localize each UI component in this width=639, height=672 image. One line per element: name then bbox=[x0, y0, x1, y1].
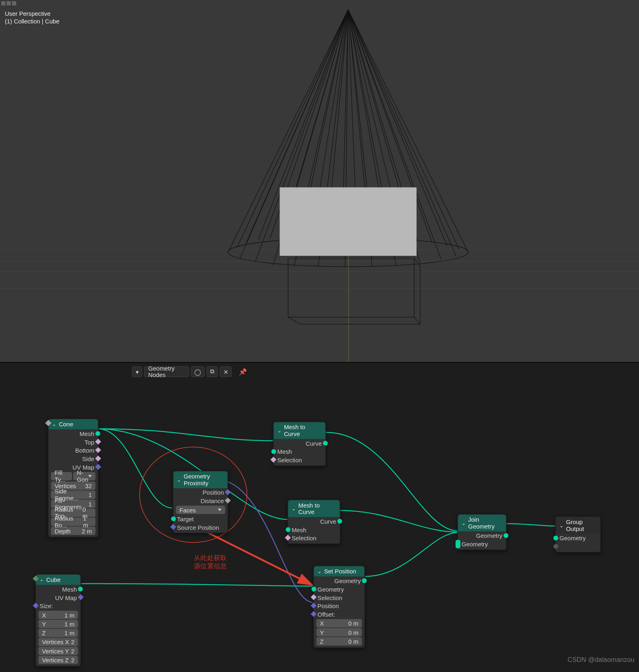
node-set-position[interactable]: ⌄Set Position Geometry Geometry Selectio… bbox=[313, 566, 365, 648]
watermark: CSDN @dalaomanzou bbox=[568, 656, 635, 663]
cube-vy[interactable]: Vertices Y2 bbox=[38, 647, 78, 655]
close-icon[interactable]: ✕ bbox=[220, 366, 232, 377]
browse-button[interactable]: ▾ bbox=[132, 366, 142, 377]
chevron-down-icon[interactable]: ⌄ bbox=[317, 569, 322, 574]
nodetree-name[interactable]: Geometry Nodes bbox=[144, 366, 189, 377]
offset-x[interactable]: X0 m bbox=[316, 619, 362, 628]
chevron-down-icon[interactable]: ⌄ bbox=[40, 577, 44, 582]
wireframe bbox=[0, 0, 639, 362]
node-geometry-proximity[interactable]: ⌄Geometry Proximity Position Distance Fa… bbox=[173, 471, 228, 533]
chevron-down-icon[interactable]: ⌄ bbox=[277, 428, 282, 433]
cube-z[interactable]: Z1 m bbox=[38, 629, 78, 637]
proximity-mode-dropdown[interactable]: Faces bbox=[176, 506, 225, 514]
cube-vz[interactable]: Vertices Z2 bbox=[38, 656, 78, 664]
shield-icon[interactable]: ◯ bbox=[191, 366, 205, 377]
annotation-text: 从此处获取源位置信息 bbox=[194, 554, 227, 570]
radius-bot-field[interactable]: Radius Bo...1 m bbox=[51, 518, 95, 526]
node-group-output[interactable]: ⌄Group Output Geometry bbox=[555, 516, 601, 552]
node-editor[interactable]: ▾ Geometry Nodes ◯ ⧉ ✕ 📌 从此处获取源位置 bbox=[0, 362, 639, 666]
node-header: ▾ Geometry Nodes ◯ ⧉ ✕ 📌 bbox=[132, 366, 247, 377]
chevron-down-icon[interactable]: ⌄ bbox=[559, 523, 563, 528]
node-mesh-to-curve-1[interactable]: ⌄Mesh to Curve Curve Mesh Selection bbox=[273, 421, 326, 466]
3d-viewport[interactable]: User Perspective (1) Collection | Cube bbox=[0, 0, 639, 362]
offset-z[interactable]: Z0 m bbox=[316, 637, 362, 646]
chevron-down-icon[interactable]: ⌄ bbox=[177, 477, 181, 482]
cube-vx[interactable]: Vertices X2 bbox=[38, 638, 78, 646]
node-join-geometry[interactable]: ⌄Join Geometry Geometry Geometry bbox=[457, 514, 507, 550]
cube-y[interactable]: Y1 m bbox=[38, 620, 78, 628]
fill-type-label: Fill Ty... bbox=[51, 472, 72, 480]
pin-icon[interactable]: 📌 bbox=[239, 368, 247, 375]
chevron-down-icon[interactable]: ⌄ bbox=[462, 520, 466, 526]
node-cube[interactable]: ⌄Cube Mesh UV Map Size: X1 m Y1 m Z1 m V… bbox=[36, 574, 81, 667]
fill-type-dropdown[interactable]: N-Gon bbox=[73, 472, 95, 480]
chevron-down-icon[interactable]: ⌄ bbox=[52, 421, 56, 427]
cube-x[interactable]: X1 m bbox=[38, 611, 78, 619]
copy-icon[interactable]: ⧉ bbox=[206, 366, 218, 377]
chevron-down-icon[interactable]: ⌄ bbox=[292, 506, 296, 511]
offset-y[interactable]: Y0 m bbox=[316, 628, 362, 636]
node-cone[interactable]: ⌄Cone Mesh Top Bottom Side UV Map Fill T… bbox=[48, 419, 99, 537]
node-mesh-to-curve-2[interactable]: ⌄Mesh to Curve Curve Mesh Selection bbox=[288, 499, 341, 544]
cube-face bbox=[280, 187, 416, 256]
